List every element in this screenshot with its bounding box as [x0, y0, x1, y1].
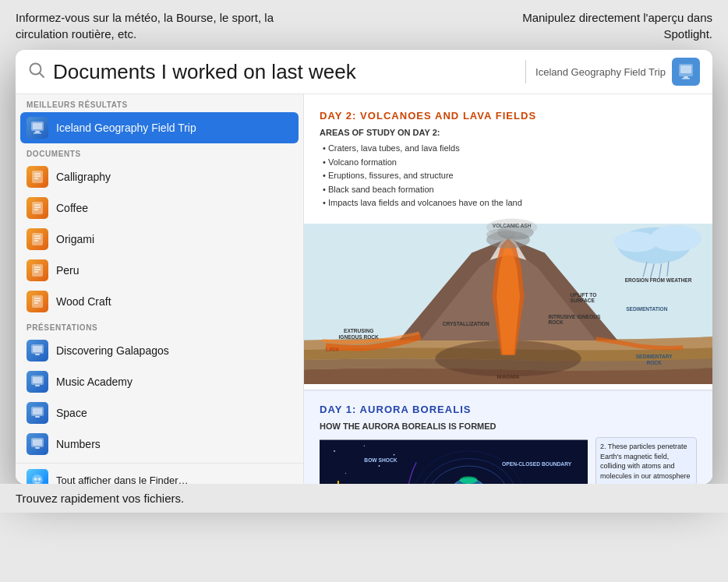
bottom-text: Trouvez rapidement vos fichiers. — [0, 484, 728, 513]
svg-point-95 — [460, 476, 478, 484]
section-label-best: MEILLEURS RÉSULTATS — [16, 94, 303, 112]
svg-rect-38 — [35, 416, 40, 418]
svg-rect-31 — [33, 346, 42, 352]
svg-line-1 — [40, 72, 44, 77]
pages-icon-origami — [27, 228, 48, 250]
result-label-space: Space — [56, 407, 87, 419]
svg-rect-34 — [33, 377, 42, 383]
bullet-list: Craters, lava tubes, and lava fields Vol… — [323, 142, 697, 210]
svg-point-42 — [32, 474, 43, 484]
svg-text:OPEN-CLOSED BOUNDARY: OPEN-CLOSED BOUNDARY — [502, 461, 572, 467]
svg-rect-35 — [35, 385, 40, 386]
svg-text:SEDIMENTARY: SEDIMENTARY — [636, 354, 673, 359]
pages-icon-peru — [27, 259, 48, 281]
show-all-label: Tout afficher dans le Finder… — [56, 474, 189, 485]
keynote-icon-iceland — [27, 117, 48, 139]
result-item-coffee[interactable]: Coffee — [16, 192, 303, 224]
svg-text:CRYSTALLIZATION: CRYSTALLIZATION — [443, 321, 489, 326]
result-item-origami[interactable]: Origami — [16, 224, 303, 255]
result-item-peru[interactable]: Peru — [16, 255, 303, 286]
result-label-peru: Peru — [56, 264, 80, 277]
pages-icon-woodcraft — [27, 291, 48, 312]
svg-text:LAVA: LAVA — [326, 347, 339, 352]
aurora-subtitle: HOW THE AURORA BOREALIS IS FORMED — [320, 422, 697, 431]
search-divider — [525, 60, 526, 83]
bullet-4: Black sand beach formation — [323, 183, 697, 197]
result-label-galapagos: Discovering Galapagos — [56, 344, 169, 357]
search-preview-label: Iceland Geography Field Trip — [535, 66, 666, 78]
top-left-text: Informez-vous sur la météo, la Bourse, l… — [16, 9, 312, 42]
result-label-origami: Origami — [56, 233, 94, 245]
preview-panel: DAY 2: VOLCANOES AND LAVA FIELDS AREAS O… — [304, 94, 712, 484]
svg-point-43 — [34, 478, 37, 481]
result-item-iceland[interactable]: Iceland Geography Field Trip — [20, 112, 299, 143]
keynote-preview-icon — [672, 58, 700, 86]
bullet-1: Craters, lava tubes, and lava fields — [323, 142, 697, 156]
result-item-music[interactable]: Music Academy — [16, 366, 303, 397]
volcano-section: DAY 2: VOLCANOES AND LAVA FIELDS AREAS O… — [304, 94, 712, 218]
svg-text:SURFACE: SURFACE — [571, 298, 595, 303]
sidebar: MEILLEURS RÉSULTATS Iceland Geography Fi… — [16, 94, 304, 484]
search-query[interactable]: Documents I worked on last week — [53, 60, 516, 84]
svg-rect-40 — [33, 439, 42, 446]
keynote-icon-music — [27, 371, 48, 393]
aurora-title: DAY 1: AURORA BOREALIS — [320, 404, 697, 415]
volcano-title: DAY 2: VOLCANOES AND LAVA FIELDS — [320, 110, 697, 122]
svg-text:SEDIMENTATION: SEDIMENTATION — [626, 306, 667, 312]
svg-rect-41 — [35, 447, 40, 449]
result-label-coffee: Coffee — [56, 202, 88, 214]
svg-text:UPLIFT TO: UPLIFT TO — [571, 292, 597, 298]
svg-rect-9 — [34, 132, 41, 134]
section-label-docs: DOCUMENTS — [16, 143, 303, 161]
svg-rect-18 — [32, 233, 43, 245]
svg-rect-32 — [35, 354, 40, 355]
svg-point-77 — [345, 473, 347, 474]
svg-point-75 — [364, 445, 366, 446]
result-label-woodcraft: Wood Craft — [56, 295, 111, 308]
svg-rect-3 — [680, 65, 691, 73]
aurora-section: DAY 1: AURORA BOREALIS HOW THE AURORA BO… — [304, 390, 712, 484]
svg-text:EXTRUSING: EXTRUSING — [344, 328, 373, 333]
pages-icon-calligraphy — [27, 166, 48, 188]
show-all-finder[interactable]: Tout afficher dans le Finder… — [16, 463, 303, 484]
svg-rect-14 — [32, 202, 43, 214]
svg-rect-37 — [33, 408, 42, 414]
areas-label: AREAS OF STUDY ON DAY 2: — [320, 128, 697, 137]
svg-text:INTRUSIVE IGNEOUS: INTRUSIVE IGNEOUS — [548, 314, 601, 319]
spotlight-body: MEILLEURS RÉSULTATS Iceland Geography Fi… — [16, 94, 712, 484]
svg-point-44 — [38, 478, 41, 481]
svg-point-48 — [614, 231, 658, 252]
result-item-calligraphy[interactable]: Calligraphy — [16, 161, 303, 192]
finder-icon — [27, 469, 48, 484]
bullet-3: Eruptions, fissures, and structure — [323, 169, 697, 183]
volcano-diagram: EXTRUSING IGNEOUS ROCK CRYSTALLIZATION I… — [304, 218, 712, 390]
result-item-space[interactable]: Space — [16, 397, 303, 429]
result-label-numbers: Numbers — [56, 438, 101, 450]
pages-icon-coffee — [27, 197, 48, 219]
svg-rect-22 — [32, 264, 43, 277]
svg-rect-8 — [35, 131, 40, 132]
svg-rect-4 — [684, 76, 688, 78]
svg-text:EROSION FROM WEATHER: EROSION FROM WEATHER — [625, 277, 692, 283]
svg-rect-7 — [33, 123, 42, 129]
result-label-calligraphy: Calligraphy — [56, 171, 111, 183]
svg-text:IGNEOUS ROCK: IGNEOUS ROCK — [339, 334, 380, 340]
search-bar: Documents I worked on last week Iceland … — [16, 50, 712, 94]
result-item-woodcraft[interactable]: Wood Craft — [16, 286, 303, 317]
svg-point-47 — [650, 225, 701, 252]
svg-point-78 — [378, 465, 380, 467]
result-item-numbers[interactable]: Numbers — [16, 429, 303, 460]
svg-point-76 — [394, 454, 395, 456]
top-right-text: Manipulez directement l'aperçu dans Spot… — [479, 9, 712, 42]
aurora-text-2: 2. These particles penetrate Earth's mag… — [595, 437, 697, 484]
svg-point-74 — [334, 450, 335, 452]
search-icon — [28, 62, 45, 83]
keynote-icon-numbers — [27, 433, 48, 455]
svg-text:MAGMA: MAGMA — [497, 373, 520, 380]
bullet-5: Impacts lava fields and volcanoes have o… — [323, 196, 697, 210]
result-item-galapagos[interactable]: Discovering Galapagos — [16, 335, 303, 366]
result-label-music: Music Academy — [56, 376, 133, 388]
top-annotations: Informez-vous sur la météo, la Bourse, l… — [0, 0, 728, 50]
result-label-iceland: Iceland Geography Field Trip — [56, 122, 196, 134]
svg-rect-5 — [682, 78, 690, 79]
